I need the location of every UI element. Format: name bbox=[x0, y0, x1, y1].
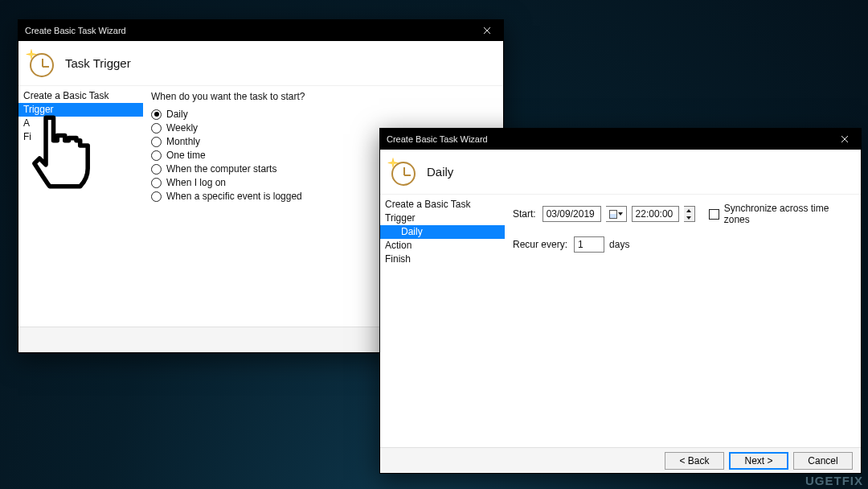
radio-icon bbox=[151, 123, 162, 134]
window-title: Create Basic Task Wizard bbox=[387, 134, 488, 144]
back-button[interactable]: < Back bbox=[665, 452, 724, 470]
recur-every-field[interactable]: 1 bbox=[574, 236, 604, 253]
sidebar-item-action-obscured[interactable]: A bbox=[18, 117, 143, 130]
start-date-field[interactable]: 03/09/2019 bbox=[542, 206, 601, 222]
radio-icon bbox=[151, 164, 162, 175]
radio-label: When the computer starts bbox=[166, 163, 276, 175]
radio-icon bbox=[151, 150, 162, 161]
sidebar-item-create[interactable]: Create a Basic Task bbox=[18, 89, 143, 103]
sidebar-item-trigger[interactable]: Trigger bbox=[380, 212, 505, 225]
sidebar-item-daily[interactable]: Daily bbox=[380, 225, 505, 239]
watermark: UGETFIX bbox=[805, 474, 863, 487]
sync-timezones-label: Synchronize across time zones bbox=[724, 203, 851, 225]
radio-daily[interactable]: Daily bbox=[151, 109, 493, 120]
radio-label: Daily bbox=[166, 109, 188, 120]
date-picker-button[interactable] bbox=[606, 206, 627, 222]
radio-label: Weekly bbox=[166, 122, 198, 134]
sync-timezones-checkbox[interactable] bbox=[709, 209, 719, 220]
wizard-header: Task Trigger bbox=[18, 41, 503, 86]
radio-icon bbox=[151, 178, 162, 188]
chevron-down-icon bbox=[618, 212, 623, 216]
titlebar[interactable]: Create Basic Task Wizard bbox=[380, 129, 861, 150]
recur-label: Recur every: bbox=[513, 239, 567, 250]
page-title: Task Trigger bbox=[65, 56, 131, 70]
task-clock-icon bbox=[27, 50, 54, 77]
time-spinner[interactable] bbox=[684, 206, 694, 222]
days-label: days bbox=[609, 239, 629, 250]
sidebar-item-create[interactable]: Create a Basic Task bbox=[380, 198, 505, 212]
arrow-down-icon bbox=[686, 216, 691, 220]
wizard-steps-sidebar: Create a Basic Task Trigger A Fi bbox=[18, 86, 143, 327]
wizard-steps-sidebar: Create a Basic Task Trigger Daily Action… bbox=[380, 195, 505, 447]
radio-icon bbox=[151, 191, 162, 202]
radio-label: When a specific event is logged bbox=[166, 191, 302, 202]
radio-label: When I log on bbox=[166, 177, 226, 188]
sidebar-item-finish-obscured[interactable]: Fi bbox=[18, 130, 143, 144]
close-button[interactable] bbox=[829, 129, 861, 150]
wizard-header: Daily bbox=[380, 150, 861, 195]
close-button[interactable] bbox=[471, 20, 503, 41]
calendar-icon bbox=[609, 210, 617, 219]
sidebar-item-trigger[interactable]: Trigger bbox=[18, 103, 143, 117]
radio-label: Monthly bbox=[166, 136, 200, 147]
sidebar-item-action[interactable]: Action bbox=[380, 239, 505, 253]
wizard-window-daily: Create Basic Task Wizard Daily Create a … bbox=[379, 128, 862, 474]
close-icon bbox=[841, 135, 849, 143]
titlebar[interactable]: Create Basic Task Wizard bbox=[18, 20, 503, 41]
radio-icon bbox=[151, 109, 162, 120]
cancel-button[interactable]: Cancel bbox=[793, 452, 853, 470]
radio-icon bbox=[151, 137, 162, 147]
radio-label: One time bbox=[166, 150, 206, 161]
start-label: Start: bbox=[513, 208, 536, 220]
page-title: Daily bbox=[427, 165, 453, 179]
prompt-text: When do you want the task to start? bbox=[151, 91, 493, 102]
arrow-up-icon bbox=[686, 209, 691, 212]
next-button[interactable]: Next > bbox=[729, 452, 788, 470]
close-icon bbox=[483, 27, 491, 35]
sidebar-item-finish[interactable]: Finish bbox=[380, 253, 505, 266]
daily-settings-panel: Start: 03/09/2019 22:00:00 Synchronize bbox=[505, 195, 861, 447]
wizard-footer: < Back Next > Cancel bbox=[380, 447, 861, 473]
task-clock-icon bbox=[388, 158, 416, 186]
window-title: Create Basic Task Wizard bbox=[25, 26, 126, 35]
start-time-field[interactable]: 22:00:00 bbox=[632, 206, 680, 222]
